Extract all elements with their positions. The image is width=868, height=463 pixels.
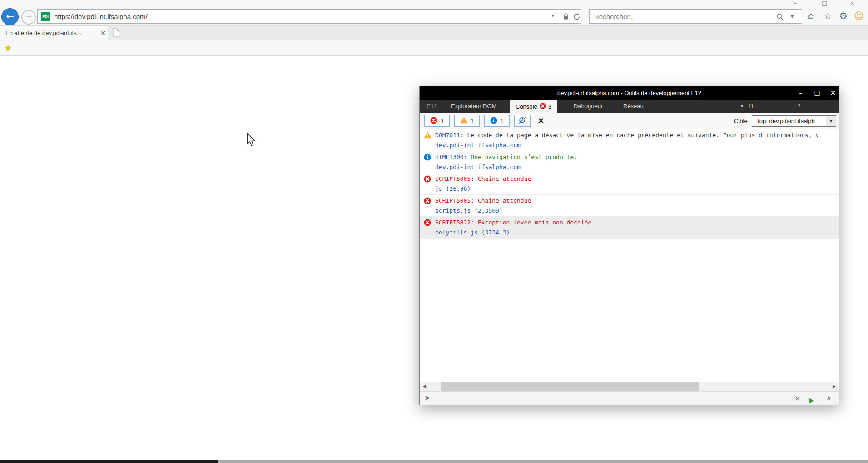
filter-infos-button[interactable]: 1 (484, 115, 510, 127)
url-dropdown-icon[interactable]: ▾ (551, 12, 554, 19)
devtools-minimize-button[interactable]: – (795, 86, 807, 100)
clear-console-icon[interactable]: × (536, 115, 546, 127)
doc-mode-value: 11 (748, 100, 754, 113)
message-text: Chaîne attendue (474, 197, 531, 204)
filter-errors-button[interactable]: 3 (424, 115, 450, 127)
console-toolbar: 3 1 1 × Cible _top: (420, 113, 839, 129)
message-code: HTML1300: (435, 154, 467, 160)
message-source-link[interactable]: dev.pdi-int.ifsalpha.com (435, 140, 836, 150)
taskbar-strip-dark (0, 460, 218, 463)
tab-close-icon[interactable]: × (99, 26, 107, 40)
console-message-error[interactable]: SCRIPT5005: Chaîne attendue scripts.js (… (420, 195, 839, 217)
home-icon[interactable]: ⌂ (808, 10, 814, 22)
site-favicon: PDI (41, 12, 50, 21)
search-dropdown-icon[interactable]: ▾ (791, 13, 794, 20)
browser-toolbar: ← → PDI ▾ ▾ ⌂ ☆ ⚙ ☺ – □ × (0, 0, 868, 26)
back-button[interactable]: ← (1, 8, 19, 25)
browser-close-button[interactable]: × (850, 0, 855, 7)
doc-mode-dropdown-icon[interactable]: ▾ (741, 100, 743, 113)
console-message-error[interactable]: SCRIPT5005: Chaîne attendue js (26,38) (420, 173, 839, 195)
help-icon[interactable]: ? (797, 100, 800, 113)
favorites-bar: ★ (0, 40, 868, 56)
taskbar-strip-light (218, 460, 868, 463)
error-icon (430, 117, 437, 125)
mouse-cursor (246, 133, 256, 148)
tab-network[interactable]: Réseau (623, 100, 644, 113)
forward-button[interactable]: → (21, 10, 36, 25)
tab-dom-explorer[interactable]: Explorateur DOM (451, 100, 496, 113)
message-source-link[interactable]: polyfills.js (3234,3) (435, 228, 836, 238)
message-source-link[interactable]: dev.pdi-int.ifsalpha.com (435, 162, 836, 172)
devtools-window: dev.pdi-int.ifsalpha.com - Outils de dév… (419, 86, 839, 405)
errors-count: 3 (440, 118, 443, 124)
close-command-icon[interactable]: × (793, 392, 802, 405)
clear-on-navigate-icon (518, 116, 527, 125)
scrollbar-thumb[interactable] (441, 382, 699, 391)
address-input[interactable] (38, 10, 581, 23)
screen: ← → PDI ▾ ▾ ⌂ ☆ ⚙ ☺ – □ × (0, 0, 868, 463)
browser-maximize-button[interactable]: □ (822, 0, 827, 7)
tab-debugger[interactable]: Débogueur (574, 100, 603, 113)
tab-title: En attente de dev.pdi-int.ifs... (5, 26, 94, 40)
message-code: SCRIPT5005: (435, 197, 474, 204)
error-badge-icon (540, 103, 546, 110)
f12-label: F12 (427, 100, 437, 113)
browser-minimize-button[interactable]: – (794, 0, 797, 7)
favorites-bar-star-icon[interactable]: ★ (4, 41, 13, 55)
search-box[interactable]: ▾ (589, 9, 802, 24)
error-icon (424, 219, 431, 228)
lock-icon (563, 13, 569, 21)
target-combobox[interactable]: _top: dev.pdi-int.ifsalph ▾ (752, 115, 836, 127)
message-source-link[interactable]: js (26,38) (435, 184, 836, 194)
favorites-icon[interactable]: ☆ (823, 10, 832, 22)
info-icon (490, 117, 497, 125)
new-tab-button[interactable] (113, 28, 119, 39)
expand-double-chevron-icon[interactable]: « (824, 392, 834, 405)
run-script-icon[interactable] (808, 395, 814, 408)
search-input[interactable] (590, 10, 802, 23)
tab-console[interactable]: Console 3 (510, 100, 557, 113)
tab-console-label: Console (516, 103, 537, 110)
error-icon (424, 197, 431, 206)
prompt-chevron[interactable]: > (425, 392, 429, 405)
address-bar[interactable]: PDI ▾ (37, 9, 581, 24)
target-value: _top: dev.pdi-int.ifsalph (754, 116, 825, 126)
devtools-titlebar[interactable]: dev.pdi-int.ifsalpha.com - Outils de dév… (420, 86, 839, 100)
devtools-close-button[interactable]: × (827, 86, 839, 100)
console-command-bar: > × « (420, 391, 839, 405)
warnings-count: 1 (471, 118, 474, 124)
filter-warnings-button[interactable]: 1 (454, 115, 480, 127)
refresh-icon[interactable] (573, 13, 580, 22)
feedback-smiley-icon[interactable]: ☺ (854, 10, 864, 22)
error-icon (424, 175, 431, 184)
console-message-warning[interactable]: DOM7011: Le code de la page a désactivé … (420, 129, 839, 151)
scroll-left-icon[interactable]: ◀ (420, 382, 429, 391)
clear-on-navigate-button[interactable] (514, 115, 531, 127)
warning-icon (460, 117, 468, 125)
message-text: Chaîne attendue (474, 175, 531, 182)
console-output[interactable]: DOM7011: Le code de la page a désactivé … (420, 129, 839, 382)
search-icon[interactable] (776, 13, 784, 22)
info-icon (424, 154, 431, 162)
horizontal-scrollbar[interactable]: ◀ ▶ (420, 382, 839, 391)
devtools-maximize-button[interactable]: □ (811, 86, 823, 100)
settings-gear-icon[interactable]: ⚙ (839, 10, 848, 22)
message-text: Une navigation s’est produite. (467, 154, 577, 160)
console-message-error-selected[interactable]: SCRIPT5022: Exception levée mais non déc… (420, 217, 839, 239)
message-text: Exception levée mais non décelée (474, 219, 591, 226)
console-message-info[interactable]: HTML1300: Une navigation s’est produite.… (420, 151, 839, 173)
message-code: DOM7011: (435, 132, 464, 139)
scroll-right-icon[interactable]: ▶ (829, 382, 839, 391)
browser-tab[interactable]: En attente de dev.pdi-int.ifs... × (0, 26, 108, 41)
console-error-count: 3 (548, 103, 551, 110)
message-source-link[interactable]: scripts.js (2,3509) (435, 206, 836, 216)
target-dropdown-icon[interactable]: ▾ (826, 116, 836, 126)
devtools-menu: F12 Explorateur DOM Console 3 Débogueur … (420, 100, 839, 113)
message-text: Le code de la page a désactivé la mise e… (464, 132, 819, 139)
infos-count: 1 (500, 118, 503, 124)
target-label: Cible (734, 113, 748, 129)
message-code: SCRIPT5022: (435, 219, 474, 226)
message-code: SCRIPT5005: (435, 175, 474, 182)
warning-icon (424, 132, 432, 140)
tab-bar: En attente de dev.pdi-int.ifs... × (0, 25, 868, 41)
